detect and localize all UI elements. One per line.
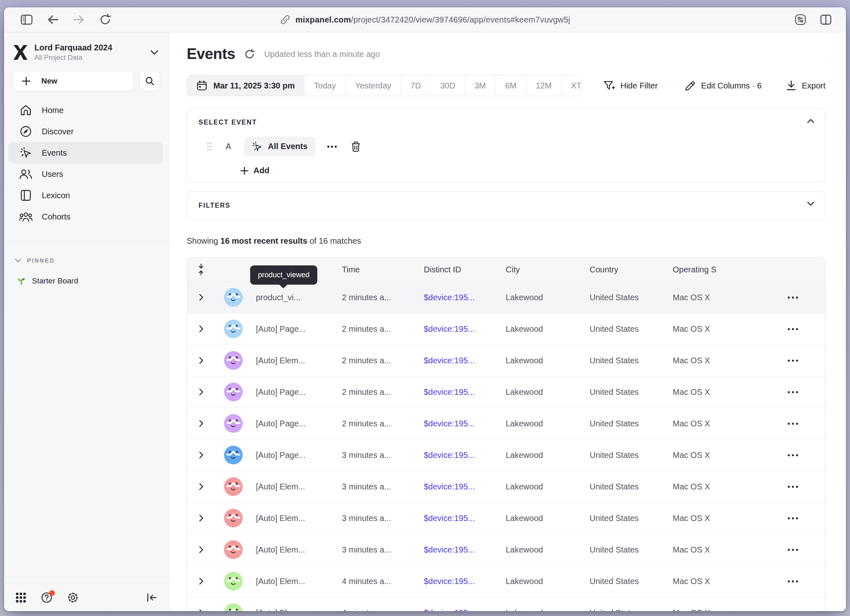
add-event-button[interactable]: Add [240,166,814,175]
header-city[interactable]: City [506,265,590,274]
sidebar-item-starter-board[interactable]: Starter Board [16,276,160,286]
expand-row-icon[interactable] [187,420,215,427]
expand-row-icon[interactable] [187,325,215,333]
expand-panel-icon[interactable] [807,202,814,206]
expand-row-icon[interactable] [187,546,215,553]
distinct-id-link[interactable]: $device:195... [424,356,506,365]
table-row[interactable]: [Auto] Elem... 4 minutes a... $device:19… [187,566,825,597]
distinct-id-link[interactable]: $device:195... [424,293,506,302]
distinct-id-link[interactable]: $device:195... [424,419,506,428]
table-row[interactable]: [Auto] Page... 3 minutes a... $device:19… [187,439,825,471]
header-time[interactable]: Time [342,265,424,274]
range-xtd[interactable]: XTD [561,75,581,96]
expand-row-icon[interactable] [187,578,215,585]
row-actions-icon[interactable] [759,391,825,393]
event-name-cell[interactable]: [Auto] Elem... [256,356,342,365]
range-today[interactable]: Today [305,75,346,96]
event-selector[interactable]: All Events [244,137,315,156]
row-actions-icon[interactable] [759,549,825,551]
row-actions-icon[interactable] [759,360,825,362]
expand-row-icon[interactable] [187,357,215,364]
edit-columns-button[interactable]: Edit Columns · 6 [685,80,762,91]
distinct-id-link[interactable]: $device:195... [424,387,506,397]
distinct-id-link[interactable]: $device:195... [424,451,506,460]
hide-filter-button[interactable]: Hide Filter [604,80,658,91]
row-actions-icon[interactable] [759,328,825,330]
table-row[interactable]: [Auto] Elem... 3 minutes a... $device:19… [187,534,825,566]
event-name-cell[interactable]: [Auto] Elem... [256,608,342,611]
date-picker-segment[interactable]: Mar 11, 2025 3:30 pm [187,75,305,96]
header-country[interactable]: Country [590,265,673,274]
expand-row-icon[interactable] [187,388,215,396]
reload-icon[interactable] [98,13,112,27]
range-6m[interactable]: 6M [496,75,527,96]
event-name-cell[interactable]: [Auto] Elem... [256,545,342,555]
address-bar[interactable]: mixpanel.com/project/3472420/view/397469… [280,7,570,32]
table-row[interactable]: [Auto] Elem... 2 minutes a... $device:19… [187,345,825,376]
table-row[interactable]: [Auto] Page... 2 minutes a... $device:19… [187,376,825,408]
sidebar-item-home[interactable]: Home [8,100,163,121]
event-name-cell[interactable]: [Auto] Page... [256,324,342,334]
distinct-id-link[interactable]: $device:195... [424,482,506,491]
help-icon[interactable] [41,592,52,603]
row-actions-icon[interactable] [759,517,825,519]
row-actions-icon[interactable] [759,423,825,425]
search-button[interactable] [140,71,160,91]
apps-grid-icon[interactable] [16,592,26,603]
expand-row-icon[interactable] [187,451,215,459]
settings-gear-icon[interactable] [67,592,79,603]
workspace-switcher[interactable]: Lord Farquaad 2024 All Project Data [13,43,160,62]
table-row[interactable]: [Auto] Page... 2 minutes a... $device:19… [187,313,825,345]
split-view-icon[interactable] [819,13,833,27]
table-row[interactable]: [Auto] Elem... 3 minutes a... $device:19… [187,503,825,534]
row-actions-icon[interactable] [759,486,825,488]
range-7d[interactable]: 7D [401,75,431,96]
distinct-id-link[interactable]: $device:195... [424,577,506,586]
sidebar-item-events[interactable]: Events [8,142,163,163]
distinct-id-link[interactable]: $device:195... [424,514,506,523]
new-button[interactable]: New [12,71,134,91]
export-button[interactable]: Export [786,80,825,91]
browser-extensions-icon[interactable] [793,13,807,27]
expand-row-icon[interactable] [187,514,215,522]
range-3m[interactable]: 3M [465,75,496,96]
refresh-icon[interactable] [244,49,255,60]
sidebar-item-lexicon[interactable]: Lexicon [8,185,163,206]
event-name-cell[interactable]: [Auto] Elem... [256,482,342,491]
range-yesterday[interactable]: Yesterday [346,75,401,96]
row-actions-icon[interactable] [759,454,825,456]
drag-handle-icon[interactable] [207,142,212,151]
delete-event-icon[interactable] [350,141,361,152]
expand-row-icon[interactable] [187,609,215,611]
browser-sidebar-toggle-icon[interactable] [20,13,34,27]
collapse-sidebar-icon[interactable] [146,593,157,602]
table-row[interactable]: [Auto] Elem... 4 minutes a... $device:19… [187,597,825,611]
pinned-section-header[interactable]: PINNED [15,257,160,264]
back-icon[interactable] [46,13,60,27]
sidebar-item-users[interactable]: Users [8,163,163,185]
header-distinct-id[interactable]: Distinct ID [424,265,506,274]
collapse-rows-icon[interactable] [187,263,215,276]
collapse-panel-icon[interactable] [807,119,814,123]
sidebar-item-cohorts[interactable]: Cohorts [8,206,163,227]
expand-row-icon[interactable] [187,294,215,301]
table-row[interactable]: [Auto] Elem... 3 minutes a... $device:19… [187,471,825,503]
distinct-id-link[interactable]: $device:195... [424,324,506,334]
distinct-id-link[interactable]: $device:195... [424,608,506,611]
event-name-cell[interactable]: [Auto] Elem... [256,577,342,586]
row-actions-icon[interactable] [759,297,825,299]
event-name-cell[interactable]: [Auto] Page... [256,451,342,460]
range-12m[interactable]: 12M [526,75,561,96]
event-name-cell[interactable]: product_vi... [256,293,342,302]
event-name-cell[interactable]: [Auto] Elem... [256,514,342,523]
table-row[interactable]: [Auto] Page... 2 minutes a... $device:19… [187,408,825,439]
row-actions-icon[interactable] [759,580,825,582]
event-more-icon[interactable] [327,145,337,148]
sidebar-item-discover[interactable]: Discover [8,121,163,142]
event-name-cell[interactable]: [Auto] Page... [256,387,342,397]
header-os[interactable]: Operating S [673,265,759,274]
event-name-cell[interactable]: [Auto] Page... [256,419,342,428]
expand-row-icon[interactable] [187,483,215,490]
range-30d[interactable]: 30D [431,75,465,96]
distinct-id-link[interactable]: $device:195... [424,545,506,555]
